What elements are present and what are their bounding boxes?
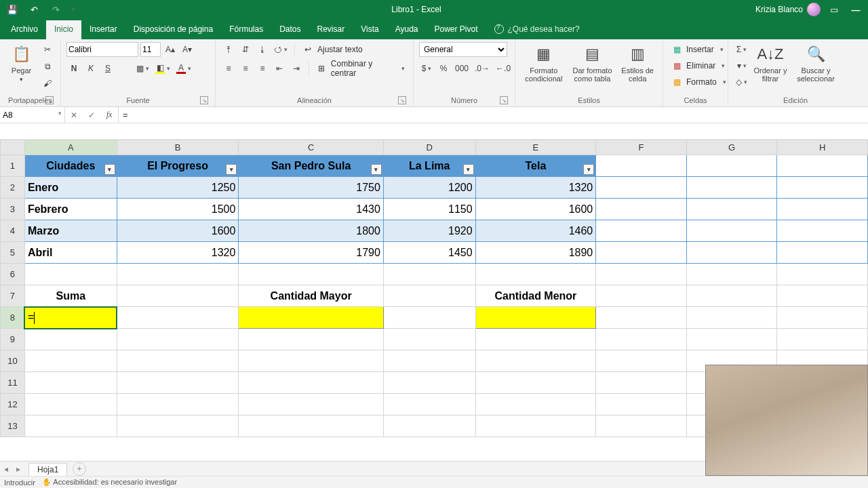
filter-icon[interactable]: ▾ (226, 164, 237, 175)
percent-icon[interactable]: % (436, 61, 451, 76)
clear-icon[interactable]: ◇ (734, 75, 749, 89)
save-icon[interactable]: 💾 (3, 2, 22, 17)
row-header[interactable]: 3 (1, 199, 25, 220)
cell[interactable]: 1150 (383, 199, 475, 220)
tab-disposicion[interactable]: Disposición de página (125, 20, 221, 39)
align-left-icon[interactable]: ≡ (221, 61, 236, 76)
qat-customize-icon[interactable] (68, 2, 77, 17)
conditional-format-button[interactable]: ▦Formato condicional (521, 42, 567, 83)
cell[interactable]: Suma (24, 285, 117, 307)
redo-icon[interactable]: ↷ (46, 2, 65, 17)
align-bottom-icon[interactable]: ⭳ (255, 42, 270, 57)
filter-icon[interactable]: ▾ (104, 164, 115, 175)
row-header[interactable]: 7 (1, 285, 25, 307)
autosum-icon[interactable]: Σ (734, 42, 749, 57)
col-header-B[interactable]: B (117, 140, 239, 155)
cell[interactable]: 1890 (475, 242, 596, 264)
col-header-E[interactable]: E (475, 140, 596, 155)
delete-cells-button[interactable]: ▦Eliminar (669, 58, 728, 73)
col-header-A[interactable]: A (24, 140, 117, 155)
orientation-icon[interactable]: ⭯ (272, 42, 290, 57)
cell[interactable]: 1790 (239, 242, 384, 264)
fx-icon[interactable]: fx (100, 110, 118, 120)
find-select-button[interactable]: 🔍Buscar y seleccionar (791, 42, 840, 83)
sheet-nav-next-icon[interactable]: ▸ (12, 464, 24, 474)
cell[interactable]: Cantidad Menor (475, 285, 596, 307)
comma-icon[interactable]: 000 (453, 61, 471, 76)
number-format-select[interactable]: General (419, 42, 507, 57)
row-header[interactable]: 12 (1, 394, 25, 415)
formula-bar[interactable]: = (119, 107, 868, 123)
row-header[interactable]: 10 (1, 350, 25, 372)
decrease-indent-icon[interactable]: ⇤ (272, 61, 287, 76)
active-cell[interactable]: = (24, 307, 117, 329)
row-header[interactable]: 6 (1, 264, 25, 285)
sort-filter-button[interactable]: A↓ZOrdenar y filtrar (749, 42, 791, 83)
user-account[interactable]: Krizia Blanco (755, 3, 821, 16)
align-center-icon[interactable]: ≡ (238, 61, 253, 76)
cell[interactable]: Marzo (24, 220, 117, 242)
col-header-F[interactable]: F (596, 140, 687, 155)
cell[interactable] (239, 307, 384, 329)
accounting-icon[interactable]: $ (419, 61, 434, 76)
col-header-C[interactable]: C (239, 140, 384, 155)
cancel-formula-icon[interactable]: ✕ (65, 110, 83, 120)
row-header[interactable]: 9 (1, 329, 25, 350)
cell[interactable]: 1600 (117, 220, 239, 242)
table-header[interactable]: La Lima▾ (383, 155, 475, 177)
cell[interactable]: 1460 (475, 220, 596, 242)
undo-icon[interactable]: ↶ (24, 2, 43, 17)
cell[interactable]: 1920 (383, 220, 475, 242)
cell[interactable]: Abril (24, 242, 117, 264)
paste-button[interactable]: 📋 Pegar ▾ (5, 42, 37, 83)
clipboard-launcher[interactable]: ↘ (45, 96, 54, 104)
cell[interactable]: 1200 (383, 177, 475, 199)
filter-icon[interactable]: ▾ (583, 164, 594, 175)
cell[interactable]: 1430 (239, 199, 384, 220)
filter-icon[interactable]: ▾ (371, 164, 382, 175)
tab-insertar[interactable]: Insertar (81, 20, 125, 39)
font-color-icon[interactable]: A (174, 61, 193, 76)
tab-revisar[interactable]: Revisar (309, 20, 353, 39)
tab-vista[interactable]: Vista (353, 20, 387, 39)
cell[interactable]: 1600 (475, 199, 596, 220)
font-size-input[interactable] (140, 42, 161, 57)
cell-styles-button[interactable]: ▥Estilos de celda (618, 42, 657, 83)
sheet-tab[interactable]: Hoja1 (28, 463, 67, 476)
row-header[interactable]: 2 (1, 177, 25, 199)
increase-indent-icon[interactable]: ⇥ (289, 61, 304, 76)
cell[interactable]: Enero (24, 177, 117, 199)
tab-archivo[interactable]: Archivo (3, 20, 46, 39)
row-header[interactable]: 11 (1, 372, 25, 394)
format-as-table-button[interactable]: ▤Dar formato como tabla (568, 42, 617, 83)
cell[interactable]: 1450 (383, 242, 475, 264)
tab-ayuda[interactable]: Ayuda (387, 20, 427, 39)
cut-icon[interactable]: ✂ (40, 42, 55, 57)
cell[interactable]: 1800 (239, 220, 384, 242)
fill-color-icon[interactable]: ◧ (153, 61, 172, 76)
select-all-corner[interactable] (1, 140, 25, 155)
wrap-text-button[interactable]: ↩Ajustar texto (300, 42, 366, 57)
italic-button[interactable]: K (83, 61, 98, 76)
table-header[interactable]: Tela▾ (475, 155, 596, 177)
align-right-icon[interactable]: ≡ (255, 61, 270, 76)
table-header[interactable]: San Pedro Sula▾ (239, 155, 384, 177)
merge-center-button[interactable]: ⊞Combinar y centrar (314, 61, 408, 76)
accept-formula-icon[interactable]: ✓ (83, 110, 100, 120)
cell[interactable]: Cantidad Mayor (239, 285, 384, 307)
col-header-G[interactable]: G (686, 140, 777, 155)
font-launcher[interactable]: ↘ (200, 96, 208, 104)
align-launcher[interactable]: ↘ (398, 96, 406, 104)
align-middle-icon[interactable]: ⇵ (238, 42, 253, 57)
accessibility-status[interactable]: ✋ Accesibilidad: es necesario investigar (42, 478, 177, 487)
chevron-down-icon[interactable]: ▾ (58, 110, 62, 117)
name-box[interactable]: ▾ (0, 107, 65, 123)
row-header[interactable]: 4 (1, 220, 25, 242)
name-box-input[interactable] (3, 110, 46, 120)
sheet-nav-prev-icon[interactable]: ◂ (0, 464, 12, 474)
number-launcher[interactable]: ↘ (500, 96, 508, 104)
decrease-decimal-icon[interactable]: ←.0 (494, 61, 513, 76)
bold-button[interactable]: N (66, 61, 81, 76)
table-header[interactable]: Ciudades▾ (24, 155, 117, 177)
increase-font-icon[interactable]: A▴ (163, 42, 178, 57)
